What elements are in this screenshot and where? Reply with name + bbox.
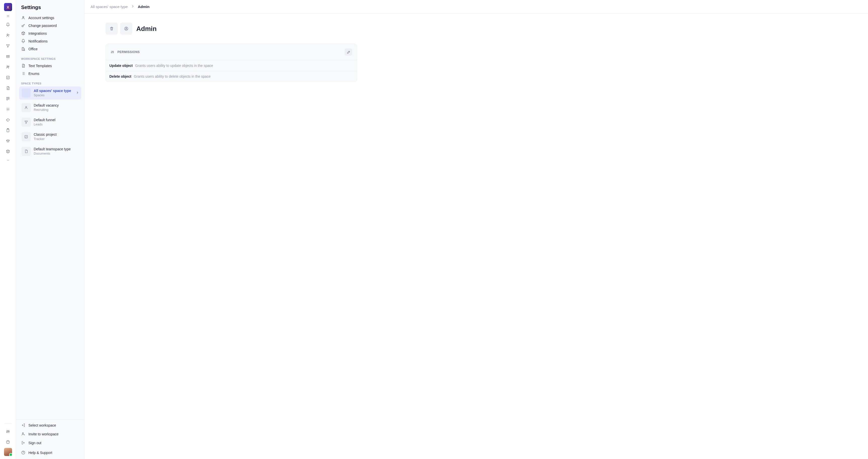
- rail-more[interactable]: [3, 157, 13, 163]
- space-type-sub: Spaces: [34, 93, 71, 98]
- sidebar-item-account-settings[interactable]: Account settings: [16, 14, 84, 22]
- funnel-icon: [6, 44, 10, 48]
- footer-help-support[interactable]: Help & Support: [16, 448, 84, 457]
- sidebar-item-label: Sign out: [28, 441, 41, 445]
- sidebar-item-label: Account settings: [28, 16, 54, 20]
- checkbox-icon: [24, 135, 28, 139]
- space-type-thumb: [22, 132, 31, 141]
- permission-row: Update object Grants users ability to up…: [106, 60, 357, 71]
- chevron-right-icon: [76, 91, 79, 95]
- svg-point-2: [8, 66, 9, 67]
- sidebar-item-label: Change password: [28, 24, 57, 28]
- rail-people[interactable]: [3, 31, 13, 40]
- rail-archive[interactable]: [3, 52, 13, 61]
- svg-point-17: [22, 433, 24, 434]
- sidebar-title: Settings: [16, 0, 84, 14]
- sidebar-item-label: Text Templates: [28, 64, 52, 68]
- svg-rect-5: [8, 97, 9, 99]
- permission-name: Delete object: [110, 74, 131, 78]
- space-type-classic-project[interactable]: Classic project Tracker: [19, 130, 81, 143]
- space-type-default-teamspace[interactable]: Default teamspace type Documents: [19, 145, 81, 158]
- menu-icon: [6, 14, 10, 18]
- rail-boards[interactable]: [3, 94, 13, 103]
- rail-documents[interactable]: [3, 84, 13, 93]
- sidebar-item-change-password[interactable]: Change password: [16, 22, 84, 29]
- rail-products[interactable]: [3, 147, 13, 156]
- collapse-rail-button[interactable]: [3, 13, 13, 19]
- trash-icon: [110, 26, 114, 31]
- person-icon: [24, 106, 28, 109]
- space-type-thumb: [22, 118, 31, 127]
- person-plus-icon: [6, 33, 10, 37]
- checkbox-icon: [6, 75, 10, 80]
- cloud-icon: [6, 118, 10, 122]
- box-icon: [6, 54, 10, 59]
- settings-sidebar: Settings Account settings Change passwor…: [16, 0, 85, 459]
- rail-cloud[interactable]: [3, 115, 13, 124]
- building-icon: [21, 47, 25, 51]
- space-type-title: Default teamspace type: [34, 147, 71, 151]
- section-space-types: SPACE TYPES: [16, 77, 84, 87]
- rail-help[interactable]: [3, 437, 13, 447]
- user-avatar[interactable]: [4, 448, 12, 456]
- svg-point-11: [8, 431, 9, 432]
- svg-point-20: [126, 28, 127, 29]
- sidebar-item-office[interactable]: Office: [16, 45, 84, 53]
- sparkle-icon: [6, 107, 10, 111]
- footer-invite[interactable]: Invite to workspace: [16, 430, 84, 438]
- space-type-sub: Documents: [34, 152, 71, 156]
- rail-notifications[interactable]: [3, 20, 13, 29]
- rail-team[interactable]: [3, 62, 13, 71]
- package-icon: [6, 149, 10, 154]
- breadcrumb-parent[interactable]: All spaces' space type: [91, 4, 128, 9]
- edit-permissions-button[interactable]: [345, 48, 352, 56]
- sidebar-item-label: Invite to workspace: [28, 432, 59, 436]
- graduation-cap-icon: [6, 139, 10, 143]
- clipboard-icon: [6, 128, 10, 132]
- space-type-all-spaces[interactable]: All spaces' space type Spaces: [19, 87, 81, 100]
- svg-point-6: [7, 108, 8, 109]
- footer-sign-out[interactable]: Sign out: [16, 438, 84, 447]
- sidebar-item-integrations[interactable]: Integrations: [16, 29, 84, 37]
- sidebar-item-enums[interactable]: Enums: [16, 70, 84, 77]
- svg-rect-16: [25, 135, 28, 138]
- role-icon-button[interactable]: [120, 23, 132, 35]
- rail-settings[interactable]: [3, 427, 13, 436]
- svg-point-1: [7, 66, 8, 67]
- space-type-default-funnel[interactable]: Default funnel Leads: [19, 116, 81, 129]
- key-icon: [21, 23, 25, 28]
- breadcrumbs: All spaces' space type Admin: [85, 0, 868, 13]
- footer-select-workspace[interactable]: Select workspace: [16, 421, 84, 430]
- rail-filter[interactable]: [3, 41, 13, 50]
- sidebar-item-label: Enums: [28, 72, 39, 76]
- rail-tasks[interactable]: [3, 73, 13, 82]
- document-icon: [24, 149, 28, 153]
- svg-rect-3: [6, 76, 9, 79]
- space-type-sub: Tracker: [34, 137, 57, 141]
- permissions-panel: PERMISSIONS Update object Grants users a…: [105, 44, 357, 82]
- document-icon: [6, 86, 10, 90]
- svg-point-9: [6, 432, 7, 432]
- rail-clipboard[interactable]: [3, 126, 13, 135]
- sidebar-item-label: Help & Support: [28, 451, 52, 455]
- breadcrumb-current: Admin: [138, 4, 150, 9]
- rail-virtual[interactable]: [3, 105, 13, 113]
- person-plus-icon: [21, 432, 25, 436]
- rail-training[interactable]: [3, 136, 13, 145]
- sidebar-item-text-templates[interactable]: Text Templates: [16, 62, 84, 70]
- space-type-title: Default funnel: [34, 118, 55, 122]
- main-content: All spaces' space type Admin Admin: [85, 0, 868, 459]
- svg-point-21: [111, 52, 112, 53]
- permission-row: Delete object Grants users ability to de…: [106, 71, 357, 82]
- icon-rail: X: [0, 0, 16, 459]
- sidebar-item-notifications[interactable]: Notifications: [16, 37, 84, 45]
- space-type-title: All spaces' space type: [34, 89, 71, 93]
- people-icon: [6, 65, 10, 69]
- person-circle-icon: [124, 26, 128, 31]
- app-logo[interactable]: X: [4, 3, 12, 11]
- sidebar-item-label: Notifications: [28, 39, 48, 43]
- permission-desc: Grants users ability to update objects i…: [135, 64, 213, 68]
- space-type-default-vacancy[interactable]: Default vacancy Recruiting: [19, 101, 81, 114]
- delete-role-button[interactable]: [105, 23, 118, 35]
- funnel-icon: [24, 120, 28, 124]
